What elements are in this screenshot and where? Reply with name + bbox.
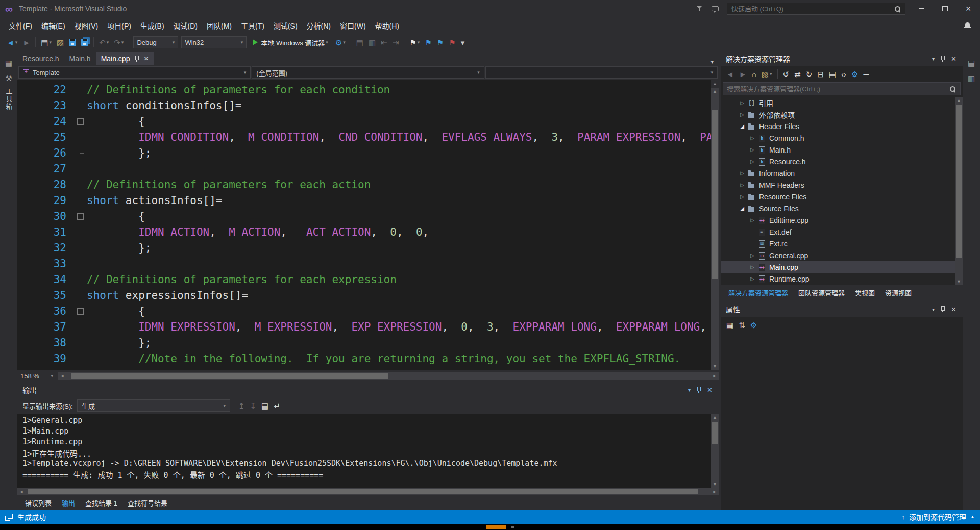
menu-item-生成(B)[interactable]: 生成(B) xyxy=(136,18,169,33)
code-line[interactable]: 38 }; xyxy=(17,335,711,350)
close-icon[interactable]: ✕ xyxy=(951,306,957,313)
menu-item-窗口(W)[interactable]: 窗口(W) xyxy=(335,18,371,33)
code-line[interactable]: 32 }; xyxy=(17,240,711,256)
auto-hide-tab-2-button[interactable]: ▥ xyxy=(966,71,977,85)
output-vertical-scrollbar[interactable]: ▲ ▼ xyxy=(711,414,719,488)
menu-item-测试(S)[interactable]: 测试(S) xyxy=(269,18,302,33)
scroll-down-icon[interactable]: ▼ xyxy=(711,481,719,488)
code-lines[interactable]: 22// Definitions of parameters for each … xyxy=(17,80,711,370)
doc-tab-Resource.h[interactable]: Resource.h xyxy=(17,52,64,65)
scroll-left-icon[interactable]: ◄ xyxy=(58,372,66,380)
tree-item-外部依赖项[interactable]: ▷外部依赖项 xyxy=(721,109,955,120)
tree-expand-icon[interactable]: ▷ xyxy=(748,276,756,282)
notifications-bell-icon[interactable] xyxy=(964,22,971,29)
solution-configuration-dropdown[interactable]: Debug ▾ xyxy=(133,36,178,48)
tree-item-Runtime.cpp[interactable]: ▷Runtime.cpp xyxy=(721,273,955,285)
props-alphabetical-button[interactable]: ⇅ xyxy=(737,319,747,332)
menu-item-工具(T)[interactable]: 工具(T) xyxy=(236,18,269,33)
panel-tab-输出[interactable]: 输出 xyxy=(57,496,80,510)
tree-expand-icon[interactable]: ▷ xyxy=(738,182,746,188)
project-scope-dropdown[interactable]: Template ▾ xyxy=(18,66,251,79)
menu-item-帮助(H)[interactable]: 帮助(H) xyxy=(371,18,404,33)
output-goto-next-message-button[interactable]: ↧ xyxy=(248,399,259,412)
panel-tab-类视图[interactable]: 类视图 xyxy=(850,286,879,299)
code-line[interactable]: 26 }; xyxy=(17,145,711,161)
menu-item-编辑(E)[interactable]: 编辑(E) xyxy=(37,18,70,33)
props-categorized-button[interactable]: ▦ xyxy=(724,319,736,332)
panel-tab-资源视图[interactable]: 资源视图 xyxy=(880,286,916,299)
fold-margin-collapse-icon[interactable] xyxy=(75,303,87,319)
menu-item-文件(F)[interactable]: 文件(F) xyxy=(4,18,37,33)
menu-item-调试(D)[interactable]: 调试(D) xyxy=(169,18,202,33)
output-goto-previous-message-button[interactable]: ↥ xyxy=(236,399,247,412)
toolbox-tab[interactable]: 工具箱 xyxy=(4,88,14,111)
quick-launch-input[interactable] xyxy=(727,5,894,13)
comment-out-button[interactable]: ▤ xyxy=(354,36,365,49)
code-line[interactable]: 25 IDMN_CONDITION, M_CONDITION, CND_COND… xyxy=(17,129,711,145)
add-to-source-control-button[interactable]: ↑ 添加到源代码管理 ▲ xyxy=(902,512,975,522)
code-line[interactable]: 33 xyxy=(17,256,711,271)
scroll-up-icon[interactable]: ▲ xyxy=(955,97,963,104)
editor-split-handle[interactable]: ≡ xyxy=(711,80,719,88)
menu-item-分析(N)[interactable]: 分析(N) xyxy=(302,18,335,33)
tree-expand-icon[interactable]: ▷ xyxy=(748,217,756,223)
se-switch-views-button[interactable]: ▧▾ xyxy=(760,67,774,81)
close-button[interactable]: ✕ xyxy=(957,0,980,17)
tree-expand-icon[interactable]: ▷ xyxy=(738,194,746,199)
open-file-button[interactable]: ▨ xyxy=(55,36,66,49)
solution-tree-scrollbar[interactable]: ▲ ▼ xyxy=(955,97,963,285)
output-source-dropdown[interactable]: 生成 ▾ xyxy=(77,399,230,412)
new-file-button[interactable]: ▤▾ xyxy=(39,36,54,49)
pin-icon[interactable] xyxy=(940,306,946,312)
notifications-filter-button[interactable] xyxy=(692,2,707,15)
se-pending-changes-button[interactable]: ↺ xyxy=(781,67,792,81)
pin-icon[interactable] xyxy=(696,387,702,393)
solution-platform-dropdown[interactable]: Win32 ▾ xyxy=(181,36,247,48)
se-collapse-all-button[interactable]: ⊟ xyxy=(815,67,826,81)
clear-bookmarks-button[interactable]: ⚑ xyxy=(447,36,457,49)
solution-explorer-search-input[interactable] xyxy=(723,85,949,93)
tree-item-General.cpp[interactable]: ▷General.cpp xyxy=(721,249,955,261)
code-line[interactable]: 22// Definitions of parameters for each … xyxy=(17,82,711,97)
code-line[interactable]: 31 IDMN_ACTION, M_ACTION, ACT_ACTION, 0,… xyxy=(17,224,711,240)
panel-tab-团队资源管理器[interactable]: 团队资源管理器 xyxy=(794,286,849,299)
tree-item-引用[interactable]: ▷引用 xyxy=(721,97,955,109)
output-word-wrap-button[interactable]: ↵ xyxy=(272,399,282,412)
tree-expand-icon[interactable]: ▷ xyxy=(738,112,746,117)
window-position-icon[interactable]: ▾ xyxy=(932,307,935,312)
tree-expand-icon[interactable]: ▷ xyxy=(748,147,756,153)
close-icon[interactable]: ✕ xyxy=(707,386,713,394)
tree-item-Main.cpp[interactable]: ▷Main.cpp xyxy=(721,261,955,273)
undo-button[interactable]: ↶▾ xyxy=(97,36,111,49)
se-unload-button[interactable]: ─ xyxy=(861,67,871,81)
doc-tab-Main.h[interactable]: Main.h xyxy=(64,52,96,65)
tree-collapse-icon[interactable]: ◢ xyxy=(738,123,746,129)
type-scope-dropdown[interactable]: (全局范围) ▾ xyxy=(252,66,484,79)
code-line[interactable]: 35short expressionsInfos[]= xyxy=(17,287,711,303)
code-line[interactable]: 27 xyxy=(17,161,711,176)
tree-scrollbar-thumb[interactable] xyxy=(956,105,962,258)
next-bookmark-button[interactable]: ⚑ xyxy=(435,36,446,49)
code-line[interactable]: 36 { xyxy=(17,303,711,319)
tree-expand-icon[interactable]: ▷ xyxy=(748,264,756,270)
close-icon[interactable]: ✕ xyxy=(951,55,957,63)
code-line[interactable]: 24 { xyxy=(17,113,711,129)
panel-tab-查找结果 1[interactable]: 查找结果 1 xyxy=(81,496,122,510)
panel-tab-错误列表[interactable]: 错误列表 xyxy=(20,496,56,510)
menu-item-视图(V)[interactable]: 视图(V) xyxy=(70,18,103,33)
output-scrollbar-thumb[interactable] xyxy=(712,422,718,444)
scroll-up-icon[interactable]: ▲ xyxy=(711,88,719,95)
save-all-button[interactable] xyxy=(79,36,90,49)
previous-bookmark-button[interactable]: ⚑ xyxy=(423,36,433,49)
scroll-left-icon[interactable]: ◄ xyxy=(17,488,26,495)
se-properties-button[interactable]: ⚙ xyxy=(849,67,860,81)
pin-icon[interactable] xyxy=(940,56,946,62)
menu-item-项目(P)[interactable]: 项目(P) xyxy=(103,18,136,33)
maximize-button[interactable] xyxy=(933,0,957,17)
se-refresh-button[interactable]: ↻ xyxy=(804,67,815,81)
doc-tab-Main.cpp[interactable]: Main.cpp✕ xyxy=(96,52,154,65)
decrease-indent-button[interactable]: ⇤ xyxy=(379,36,389,49)
output-hscrollbar-thumb[interactable] xyxy=(28,489,698,494)
tree-expand-icon[interactable]: ▷ xyxy=(748,135,756,141)
panel-tab-解决方案资源管理器[interactable]: 解决方案资源管理器 xyxy=(724,286,793,299)
